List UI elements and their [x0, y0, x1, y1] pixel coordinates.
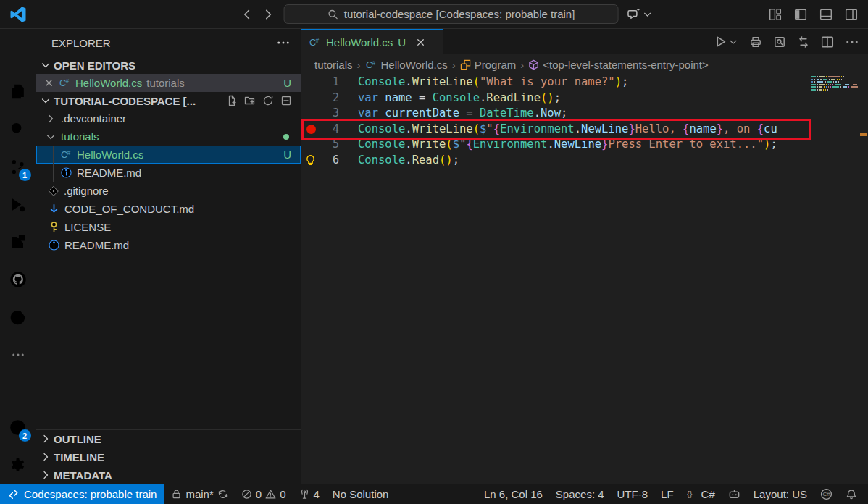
- explorer-icon[interactable]: [0, 72, 36, 110]
- sync-icon: [217, 489, 228, 500]
- breadcrumb-item[interactable]: <top-level-statements-entry-point>: [528, 59, 708, 71]
- refresh-icon[interactable]: [262, 95, 274, 106]
- workspace-tree-header[interactable]: TUTORIAL-CODESPACE [...: [36, 92, 301, 109]
- toggle-panel-icon[interactable]: [819, 8, 832, 21]
- breadcrumb-separator: ›: [520, 59, 524, 71]
- tree-item-readme-md[interactable]: README.md: [36, 236, 301, 254]
- more-views-icon[interactable]: [0, 336, 36, 374]
- notifications-bell[interactable]: [839, 489, 864, 500]
- gutter[interactable]: 3: [301, 106, 358, 122]
- breadcrumb-item[interactable]: C#HelloWorld.cs: [365, 59, 448, 71]
- code-line-3[interactable]: 3var currentDate = DateTime.Now;: [301, 106, 868, 122]
- keyboard-layout[interactable]: Layout: US: [747, 488, 814, 500]
- command-center-search[interactable]: tutorial-codespace [Codespaces: probable…: [284, 4, 619, 24]
- sidebar-title: EXPLORER: [51, 37, 111, 49]
- indentation-indicator[interactable]: Spaces: 4: [549, 488, 611, 500]
- source-control-badge: 1: [19, 169, 31, 181]
- branch-indicator[interactable]: main*: [164, 484, 234, 504]
- tab-helloworld[interactable]: C# HelloWorld.cs U: [301, 29, 443, 54]
- metadata-section-header[interactable]: METADATA: [36, 466, 301, 484]
- tree-item-code-of-conduct-md[interactable]: CODE_OF_CONDUCT.md: [36, 200, 301, 218]
- arrow-down-icon: [48, 203, 60, 215]
- copilot-status[interactable]: [722, 488, 747, 500]
- cursor-position[interactable]: Ln 6, Col 16: [477, 488, 549, 500]
- tree-item-license[interactable]: LICENSE: [36, 218, 301, 236]
- line-number: 4: [333, 122, 339, 138]
- run-button[interactable]: [714, 35, 738, 49]
- gutter[interactable]: 2: [301, 91, 358, 106]
- tree-item--gitignore[interactable]: .gitignore: [36, 182, 301, 200]
- print-icon[interactable]: [749, 35, 762, 49]
- tree-item-tutorials[interactable]: tutorials: [36, 127, 301, 146]
- code-line-4[interactable]: 4Console.WriteLine($"{Environment.NewLin…: [301, 122, 868, 138]
- accounts-icon[interactable]: 2: [0, 408, 36, 446]
- remote-indicator[interactable]: Codespaces: probable train: [0, 484, 164, 504]
- close-tab-icon[interactable]: [415, 37, 426, 48]
- settings-gear-icon[interactable]: [0, 446, 36, 484]
- menu-icon[interactable]: [0, 35, 36, 72]
- extensions-icon[interactable]: [0, 223, 36, 261]
- search-view-icon[interactable]: [0, 110, 36, 148]
- bell-icon: [846, 489, 857, 500]
- title-bar: tutorial-codespace [Codespaces: probable…: [0, 0, 868, 29]
- split-editor-icon[interactable]: [821, 35, 834, 49]
- open-changes-icon[interactable]: [797, 35, 810, 49]
- toggle-secondary-sidebar-icon[interactable]: [845, 8, 858, 21]
- eol-indicator[interactable]: LF: [654, 488, 680, 500]
- breadcrumb-separator: ›: [357, 59, 361, 71]
- github-icon[interactable]: [0, 261, 36, 298]
- gutter[interactable]: 4: [301, 122, 358, 138]
- new-folder-icon[interactable]: [244, 95, 256, 106]
- timeline-section-header[interactable]: TIMELINE: [36, 448, 301, 466]
- source-control-icon[interactable]: 1: [0, 148, 36, 185]
- outline-section-header[interactable]: OUTLINE: [36, 429, 301, 448]
- lightbulb-icon[interactable]: [304, 154, 317, 167]
- gutter[interactable]: 5: [301, 137, 358, 153]
- svg-text:C#: C#: [823, 491, 831, 497]
- collapse-all-icon[interactable]: [280, 95, 292, 106]
- braces-icon: {}: [687, 489, 698, 500]
- back-icon[interactable]: [241, 8, 254, 21]
- chevron-down-icon: [45, 131, 57, 143]
- forward-icon[interactable]: [262, 8, 275, 21]
- code-text: Console.Write($"{Environment.NewLine}Pre…: [358, 137, 777, 153]
- language-mode[interactable]: {} C#: [680, 488, 722, 500]
- customize-layout-icon[interactable]: [769, 8, 782, 21]
- tree-item--devcontainer[interactable]: .devcontainer: [36, 109, 301, 127]
- gutter[interactable]: 6: [301, 153, 358, 169]
- encoding-indicator[interactable]: UTF-8: [611, 488, 655, 500]
- overview-ruler[interactable]: [859, 75, 868, 484]
- solution-indicator[interactable]: No Solution: [326, 484, 396, 504]
- new-file-icon[interactable]: [226, 95, 238, 106]
- tree-item-readme-md[interactable]: README.md: [36, 164, 301, 182]
- problems-indicator[interactable]: 0 0: [235, 484, 293, 504]
- breadcrumb-label: Program: [475, 59, 517, 71]
- explorer-more-actions-icon[interactable]: [276, 35, 291, 50]
- breakpoint-icon[interactable]: [306, 125, 316, 134]
- editor-more-actions-icon[interactable]: [845, 35, 859, 49]
- minimap[interactable]: [811, 76, 858, 91]
- gutter[interactable]: 1: [301, 75, 358, 91]
- ports-indicator[interactable]: 4: [293, 484, 326, 504]
- testing-icon[interactable]: [0, 298, 36, 336]
- code-line-5[interactable]: 5Console.Write($"{Environment.NewLine}Pr…: [301, 137, 868, 153]
- open-editor-item[interactable]: C# HelloWorld.cs tutorials U: [36, 74, 301, 92]
- search-value: tutorial-codespace [Codespaces: probable…: [344, 8, 575, 20]
- vscode-logo-icon: [9, 6, 27, 23]
- close-icon[interactable]: [43, 77, 54, 88]
- chevron-right-icon: [40, 451, 51, 463]
- run-debug-icon[interactable]: [0, 185, 36, 223]
- tree-item-helloworld-cs[interactable]: C#HelloWorld.csU: [36, 146, 301, 164]
- search-editor-icon[interactable]: [773, 35, 786, 49]
- csharp-extension-status[interactable]: C#: [814, 488, 839, 500]
- toggle-primary-sidebar-icon[interactable]: [794, 8, 807, 21]
- code-line-2[interactable]: 2var name = Console.ReadLine();: [301, 91, 868, 106]
- breadcrumb-item[interactable]: Program: [460, 59, 517, 71]
- line-number: 1: [333, 75, 339, 91]
- code-editor[interactable]: 1Console.WriteLine("What is your name?")…: [301, 75, 868, 484]
- open-editors-header[interactable]: OPEN EDITORS: [36, 56, 301, 74]
- code-line-6[interactable]: 6Console.Read();: [301, 153, 868, 169]
- code-line-1[interactable]: 1Console.WriteLine("What is your name?")…: [301, 75, 868, 91]
- breadcrumb-item[interactable]: tutorials: [314, 59, 353, 71]
- copilot-chat-icon[interactable]: [627, 7, 653, 21]
